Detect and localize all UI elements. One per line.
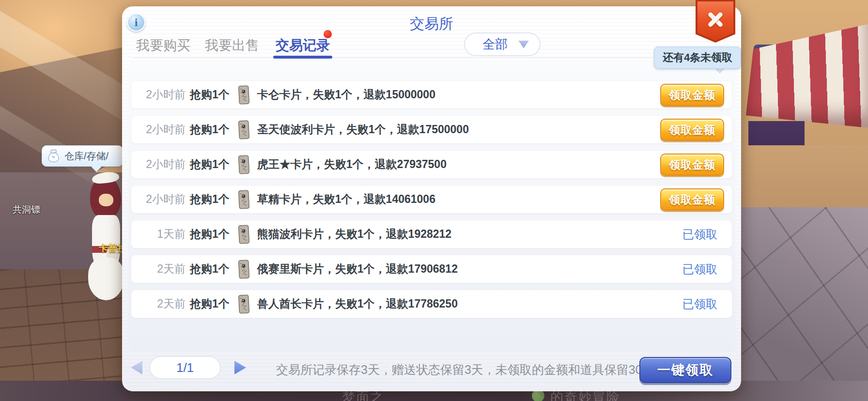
records-list: 2小时前 抢购1个 卡仑卡片，失败1个，退款15000000 领取金额 2小时前… [128, 62, 735, 351]
card-icon [238, 224, 250, 244]
player-name-label: 共洞镖 [13, 203, 40, 216]
record-time: 2小时前 [143, 192, 186, 207]
card-icon [238, 259, 250, 279]
unclaimed-count-badge: 还有4条未领取 [654, 46, 741, 69]
tab-sell[interactable]: 我要出售 [201, 37, 264, 54]
record-row: 1天前 抢购1个 熊猫波利卡片，失败1个，退款1928212 已领取 [131, 220, 732, 248]
record-row: 2小时前 抢购1个 虎王★卡片，失败1个，退款27937500 领取金额 [131, 150, 732, 179]
record-description: 圣天使波利卡片，失败1个，退款17500000 [257, 122, 469, 137]
tab-records[interactable]: 交易记录 [271, 37, 334, 54]
record-description: 卡仑卡片，失败1个，退款15000000 [257, 87, 435, 102]
kafra-npc[interactable] [86, 172, 126, 300]
record-row: 2天前 抢购1个 兽人酋长卡片，失败1个，退款17786250 已领取 [131, 290, 732, 318]
claim-amount-button[interactable]: 领取金额 [660, 119, 724, 141]
filter-dropdown[interactable]: 全部 [464, 32, 541, 56]
record-description: 熊猫波利卡片，失败1个，退款1928212 [257, 227, 451, 242]
game-screen: 仓库/存储/ 共洞镖 卡普拉 梦面之 的奇妙冒险 i 交易所 我要购买 我要出售… [0, 0, 868, 401]
card-icon [238, 120, 250, 139]
card-icon [238, 154, 250, 174]
card-icon [238, 189, 250, 209]
claim-amount-button[interactable]: 领取金额 [660, 188, 724, 211]
background-pavement [735, 207, 868, 401]
footer-notice: 交易所记录保存3天，赠送状态保留3天，未领取的金额和道具保留30天 [276, 362, 637, 378]
record-row: 2小时前 抢购1个 草精卡片，失败1个，退款14061006 领取金额 [131, 185, 732, 214]
exchange-dialog: i 交易所 我要购买 我要出售 交易记录 全部 2小时前 抢购1个 卡仑卡片，失… [122, 6, 741, 391]
record-time: 1天前 [143, 227, 186, 242]
record-description: 俄赛里斯卡片，失败1个，退款17906812 [257, 262, 458, 277]
record-time: 2小时前 [143, 87, 186, 102]
npc-face [99, 194, 113, 206]
record-action: 抢购1个 [190, 87, 230, 102]
page-indicator: 1/1 [149, 356, 221, 379]
record-time: 2小时前 [143, 157, 186, 172]
npc-skirt [88, 258, 124, 300]
storage-bubble-button[interactable]: 仓库/存储/ [42, 145, 123, 167]
record-row: 2小时前 抢购1个 卡仑卡片，失败1个，退款15000000 领取金额 [131, 80, 732, 109]
storage-bubble-label: 仓库/存储/ [64, 150, 108, 163]
filter-value: 全部 [482, 36, 508, 53]
notification-dot [324, 30, 332, 38]
close-icon[interactable] [696, 0, 735, 43]
record-time: 2天前 [143, 262, 186, 277]
record-action: 抢购1个 [190, 296, 230, 311]
chevron-down-icon [518, 41, 529, 48]
dialog-title: 交易所 [122, 14, 741, 34]
record-time: 2小时前 [143, 122, 186, 137]
next-page-icon[interactable] [234, 361, 246, 374]
claimed-label: 已领取 [682, 262, 717, 277]
record-row: 2天前 抢购1个 俄赛里斯卡片，失败1个，退款17906812 已领取 [131, 255, 732, 283]
record-action: 抢购1个 [190, 192, 230, 207]
tab-buy[interactable]: 我要购买 [132, 37, 195, 54]
claim-amount-button[interactable]: 领取金额 [660, 154, 724, 176]
record-time: 2天前 [143, 296, 186, 311]
record-action: 抢购1个 [190, 262, 230, 277]
claim-amount-button[interactable]: 领取金额 [660, 84, 724, 106]
card-icon [238, 294, 250, 314]
record-action: 抢购1个 [190, 157, 230, 172]
claimed-label: 已领取 [682, 227, 717, 242]
tabs-divider [134, 58, 741, 58]
storage-bag-icon [46, 149, 61, 163]
claim-all-button[interactable]: 一键领取 [639, 357, 731, 383]
active-tab-underline [273, 56, 332, 59]
claimed-label: 已领取 [682, 296, 717, 312]
card-icon [238, 85, 250, 105]
record-action: 抢购1个 [190, 122, 230, 137]
record-description: 草精卡片，失败1个，退款14061006 [257, 192, 435, 207]
prev-page-icon[interactable] [131, 361, 142, 374]
record-description: 兽人酋长卡片，失败1个，退款17786250 [257, 296, 458, 311]
record-action: 抢购1个 [190, 227, 230, 242]
record-description: 虎王★卡片，失败1个，退款27937500 [257, 157, 447, 172]
record-row: 2小时前 抢购1个 圣天使波利卡片，失败1个，退款17500000 领取金额 [131, 115, 732, 144]
